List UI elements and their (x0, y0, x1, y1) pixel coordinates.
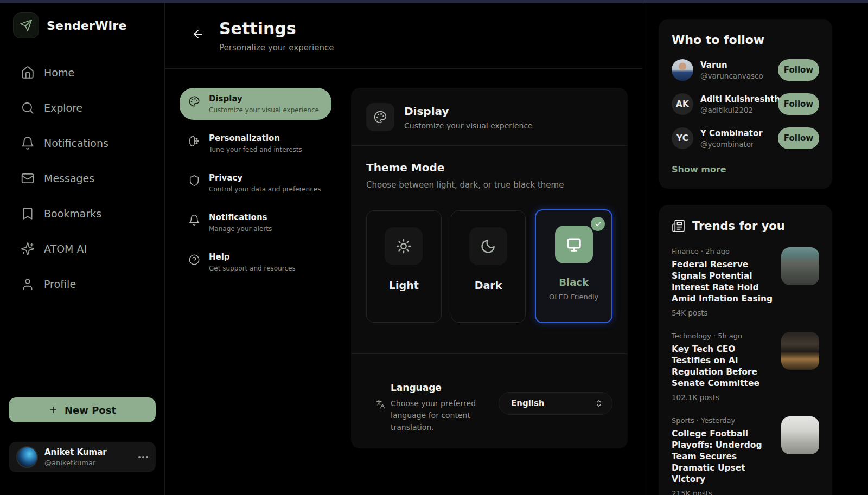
language-title: Language (391, 382, 492, 393)
settings-nav-privacy[interactable]: Privacy Control your data and preference… (180, 167, 331, 199)
brand[interactable]: SenderWire (9, 10, 156, 41)
follow-user-meta: Aditi Kulshreshtha @aditikul2202 (700, 94, 771, 114)
avatar (672, 59, 693, 81)
settings-nav-title: Personalization (209, 133, 302, 143)
user-name: Aniket Kumar (44, 447, 107, 457)
theme-option-black-selected[interactable]: Black OLED Friendly (535, 209, 612, 323)
sidebar-item-home[interactable]: Home (21, 66, 156, 80)
plus-icon (48, 405, 58, 415)
bookmark-icon (21, 207, 35, 221)
sidebar-item-bookmarks[interactable]: Bookmarks (21, 207, 156, 221)
settings-header-text: Settings Personalize your experience (219, 19, 334, 68)
trends-card: Trends for you Finance · 2h ago Federal … (659, 205, 832, 495)
trends-title: Trends for you (692, 220, 785, 233)
follow-button[interactable]: Follow (778, 93, 819, 115)
settings-nav-title: Privacy (209, 173, 321, 183)
settings-nav-help[interactable]: Help Get support and resources (180, 246, 331, 278)
theme-mode-title: Theme Mode (366, 161, 612, 174)
theme-option-light[interactable]: Light (366, 210, 442, 323)
language-section: Language Choose your preferred language … (366, 382, 612, 433)
page-title: Settings (219, 19, 334, 38)
bell-icon (21, 136, 35, 150)
theme-label: Light (389, 279, 419, 291)
avatar: YC (672, 127, 693, 149)
follow-user-handle: @ycombinator (700, 140, 763, 149)
avatar: AK (672, 93, 693, 115)
trend-title: Federal Reserve Signals Potential Intere… (672, 259, 774, 305)
sidebar-item-messages[interactable]: Messages (21, 171, 156, 185)
settings-nav-text: Help Get support and resources (209, 252, 296, 272)
language-select[interactable]: English (499, 392, 612, 415)
sidebar-item-label: Notifications (44, 137, 108, 149)
settings-nav-personalization[interactable]: Personalization Tune your feed and inter… (180, 127, 331, 159)
moon-icon (469, 227, 507, 265)
language-description: Choose your preferred language for conte… (391, 397, 492, 433)
theme-mode-subtitle: Choose between light, dark, or true blac… (366, 180, 612, 190)
follow-suggestion-row[interactable]: YC Y Combinator @ycombinator Follow (672, 127, 819, 149)
theme-badge: OLED Friendly (549, 293, 598, 301)
trend-text: Sports · Yesterday College Football Play… (672, 416, 774, 495)
trend-thumbnail (781, 332, 819, 370)
more-options-icon[interactable] (138, 456, 148, 458)
trend-item[interactable]: Technology · 5h ago Key Tech CEO Testifi… (672, 332, 819, 402)
settings-nav-text: Display Customize your visual experience (209, 94, 319, 114)
trend-meta: Sports · Yesterday (672, 416, 774, 425)
divider (351, 353, 628, 354)
sidebar-item-label: ATOM AI (44, 243, 87, 255)
trend-item[interactable]: Finance · 2h ago Federal Reserve Signals… (672, 247, 819, 317)
languages-icon (376, 400, 385, 409)
settings-nav-display[interactable]: Display Customize your visual experience (180, 88, 331, 120)
arrow-left-icon (192, 28, 205, 41)
chevrons-up-down-icon (595, 399, 603, 408)
search-icon (21, 101, 35, 115)
new-post-button[interactable]: New Post (9, 397, 156, 422)
theme-option-dark[interactable]: Dark (451, 210, 526, 323)
settings-nav-text: Personalization Tune your feed and inter… (209, 133, 302, 153)
trend-item[interactable]: Sports · Yesterday College Football Play… (672, 416, 819, 495)
palette-icon (366, 103, 394, 131)
follow-button[interactable]: Follow (778, 59, 819, 81)
trend-meta: Finance · 2h ago (672, 247, 774, 255)
sidebar-item-label: Bookmarks (44, 208, 101, 220)
sidebar-item-notifications[interactable]: Notifications (21, 136, 156, 150)
sidebar-item-label: Explore (44, 102, 82, 114)
app-root: SenderWire Home Explore Notifications Me… (0, 3, 868, 495)
sidebar-item-explore[interactable]: Explore (21, 101, 156, 115)
sparkles-icon (21, 242, 35, 256)
follow-user-name: Y Combinator (700, 128, 763, 138)
follow-button[interactable]: Follow (778, 127, 819, 149)
newspaper-icon (672, 219, 685, 233)
brain-icon (188, 135, 200, 147)
settings-nav-subtitle: Control your data and preferences (209, 185, 321, 193)
follow-user-handle: @aditikul2202 (700, 106, 771, 114)
trend-thumbnail (781, 247, 819, 285)
who-to-follow-card: Who to follow Varun @varuncanvasco Follo… (659, 19, 832, 189)
settings-nav-title: Display (209, 94, 319, 104)
show-more-link[interactable]: Show more (672, 164, 726, 175)
sidebar-item-label: Home (44, 67, 74, 79)
divider (351, 145, 628, 146)
user-icon (21, 277, 35, 291)
settings-nav: Display Customize your visual experience… (180, 88, 331, 448)
settings-nav-subtitle: Customize your visual experience (209, 106, 319, 114)
trends-header: Trends for you (672, 219, 819, 233)
settings-nav-text: Notifications Manage your alerts (209, 213, 272, 233)
settings-nav-notifications[interactable]: Notifications Manage your alerts (180, 207, 331, 239)
follow-user-handle: @varuncanvasco (700, 72, 763, 80)
trend-text: Finance · 2h ago Federal Reserve Signals… (672, 247, 774, 317)
settings-nav-title: Help (209, 252, 296, 262)
left-sidebar: SenderWire Home Explore Notifications Me… (0, 3, 165, 495)
trend-posts: 215K posts (672, 489, 774, 495)
back-button[interactable] (191, 28, 205, 42)
who-to-follow-title: Who to follow (672, 33, 819, 47)
palette-icon (188, 95, 200, 107)
follow-suggestion-row[interactable]: Varun @varuncanvasco Follow (672, 59, 819, 81)
sidebar-nav: Home Explore Notifications Messages Book… (9, 66, 156, 291)
follow-suggestion-row[interactable]: AK Aditi Kulshreshtha @aditikul2202 Foll… (672, 93, 819, 115)
home-icon (21, 66, 35, 80)
sidebar-item-profile[interactable]: Profile (21, 277, 156, 291)
sidebar-item-atom-ai[interactable]: ATOM AI (21, 242, 156, 256)
current-user-card[interactable]: Aniket Kumar @aniketkumar (9, 442, 156, 472)
sidebar-item-label: Messages (44, 172, 94, 184)
settings-nav-subtitle: Tune your feed and interests (209, 146, 302, 153)
